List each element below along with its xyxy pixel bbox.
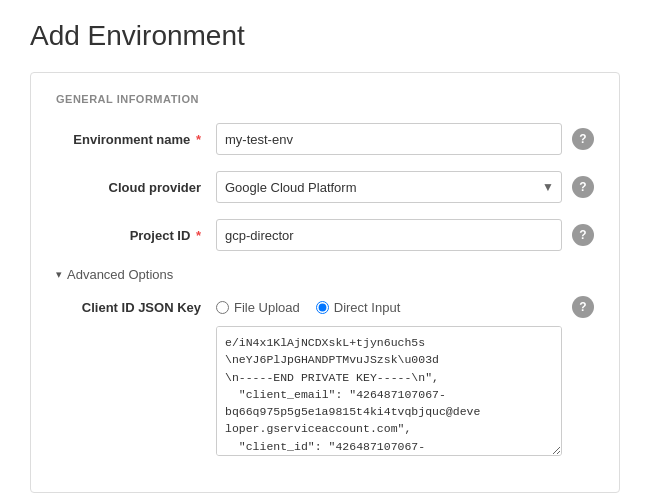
cloud-provider-help-icon[interactable]: ?: [572, 176, 594, 198]
radio-file-upload-option[interactable]: File Upload: [216, 300, 300, 315]
radio-direct-input-option[interactable]: Direct Input: [316, 300, 400, 315]
radio-file-upload-label: File Upload: [234, 300, 300, 315]
section-title: GENERAL INFORMATION: [56, 93, 594, 105]
required-star: *: [192, 132, 201, 147]
client-id-label: Client ID JSON Key: [56, 300, 216, 315]
cloud-provider-select-wrapper: Google Cloud Platform Amazon Web Service…: [216, 171, 562, 203]
radio-file-upload[interactable]: [216, 301, 229, 314]
required-star-2: *: [192, 228, 201, 243]
env-name-input[interactable]: [216, 123, 562, 155]
radio-group: File Upload Direct Input: [216, 300, 562, 315]
project-id-input[interactable]: [216, 219, 562, 251]
project-id-row: Project ID * ?: [56, 219, 594, 251]
json-textarea-label: [56, 326, 216, 332]
cloud-provider-select[interactable]: Google Cloud Platform Amazon Web Service…: [216, 171, 562, 203]
chevron-down-icon: ▾: [56, 268, 62, 281]
client-id-help-icon[interactable]: ?: [572, 296, 594, 318]
project-id-help-icon[interactable]: ?: [572, 224, 594, 246]
general-information-section: GENERAL INFORMATION Environment name * ?…: [30, 72, 620, 493]
advanced-options-label: Advanced Options: [67, 267, 173, 282]
radio-direct-input[interactable]: [316, 301, 329, 314]
project-id-label: Project ID *: [56, 228, 216, 243]
json-textarea-row: e/iN4x1KlAjNCDXskL+tjyn6uch5s \neYJ6PlJp…: [56, 326, 594, 456]
page-title: Add Environment: [30, 20, 620, 52]
json-key-textarea[interactable]: e/iN4x1KlAjNCDXskL+tjyn6uch5s \neYJ6PlJp…: [216, 326, 562, 456]
radio-direct-input-label: Direct Input: [334, 300, 400, 315]
advanced-options-toggle[interactable]: ▾ Advanced Options: [56, 267, 594, 282]
env-name-row: Environment name * ?: [56, 123, 594, 155]
env-name-label: Environment name *: [56, 132, 216, 147]
client-id-radio-row: Client ID JSON Key File Upload Direct In…: [56, 296, 594, 318]
cloud-provider-label: Cloud provider: [56, 180, 216, 195]
env-name-help-icon[interactable]: ?: [572, 128, 594, 150]
cloud-provider-row: Cloud provider Google Cloud Platform Ama…: [56, 171, 594, 203]
